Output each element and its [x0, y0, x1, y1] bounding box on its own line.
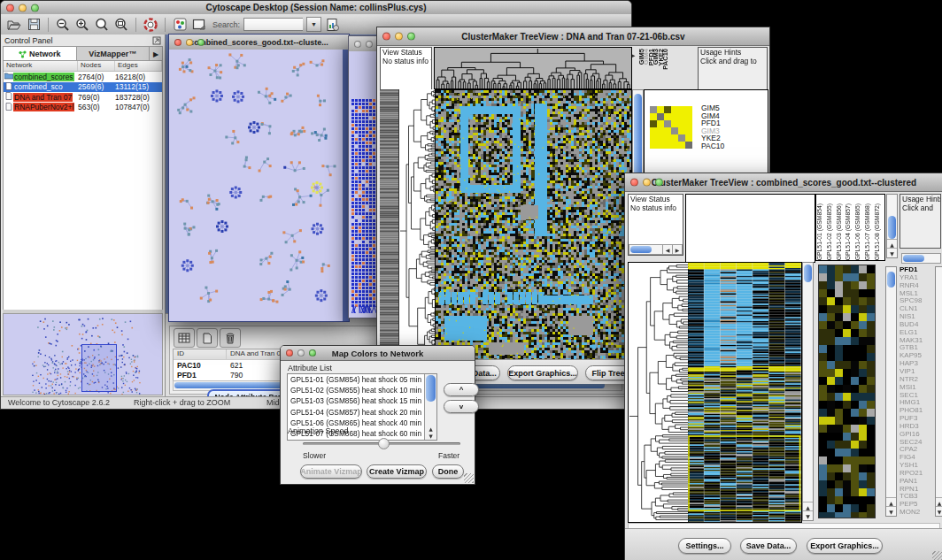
scroll-down-arrow[interactable]: ▼ [803, 510, 813, 520]
row-dendrogram[interactable] [399, 89, 435, 359]
minimize-button[interactable] [19, 4, 27, 12]
treeview1-titlebar[interactable]: ClusterMaker TreeView : DNA and Tran 07-… [377, 27, 769, 46]
heatmap-zoom[interactable] [818, 265, 876, 518]
attribute-item[interactable]: GPL51-02 (GSM855) heat shock 10 min [288, 385, 425, 395]
usage-hints-hscrollbar[interactable] [901, 253, 941, 264]
save-data-button[interactable]: Save Data... [740, 538, 797, 554]
row-dendrogram-strip[interactable] [380, 89, 399, 359]
search-input[interactable] [243, 18, 303, 31]
zoom-button[interactable] [197, 39, 205, 46]
minimize-button[interactable] [643, 179, 651, 187]
scroll-right-arrow[interactable]: ▶ [672, 245, 682, 254]
annotation-icon[interactable] [191, 17, 207, 33]
close-button[interactable] [286, 349, 293, 357]
minimize-button[interactable] [395, 33, 403, 41]
col-id[interactable]: ID [174, 349, 227, 359]
gene-list-vscrollbar[interactable]: ▲ ▼ [935, 266, 942, 517]
network-row[interactable]: combined_scores2764(0)16218(0) [4, 72, 162, 82]
close-button[interactable] [354, 41, 361, 48]
zoom-button[interactable] [31, 4, 39, 12]
dialog-titlebar[interactable]: Map Colors to Network [281, 346, 475, 361]
network-row[interactable]: RNAPuberNov2+l563(0)107847(0) [4, 103, 162, 113]
heatmap-global[interactable] [435, 89, 632, 361]
scroll-left-arrow[interactable]: ◀ [662, 245, 672, 254]
attribute-item[interactable]: GPL51-03 (GSM856) heat shock 15 min [288, 395, 425, 406]
scroll-down-arrow[interactable]: ▼ [887, 248, 897, 257]
scroll-thumb[interactable] [426, 375, 436, 402]
correlation-matrix[interactable] [650, 106, 692, 149]
zoom-button[interactable] [309, 349, 316, 357]
animation-speed-slider[interactable] [303, 437, 460, 449]
network-window-titlebar[interactable]: combined_scores_good.txt--cluste... [169, 35, 349, 50]
col-network[interactable]: Network [4, 61, 78, 71]
close-button[interactable] [630, 179, 638, 187]
view-status-hscrollbar[interactable]: ◀▶ [629, 244, 683, 255]
network-graph-canvas[interactable] [169, 50, 347, 320]
tab-network[interactable]: Network [4, 47, 77, 61]
resize-grip[interactable] [932, 551, 942, 560]
attribute-doc-icon[interactable] [325, 17, 341, 33]
save-icon[interactable] [26, 17, 42, 33]
tab-overflow-arrow[interactable]: ▶ [149, 47, 162, 61]
slider-knob[interactable] [378, 438, 390, 449]
zoom-in-icon[interactable] [74, 17, 90, 33]
attribute-list-vscrollbar[interactable]: ▲ ▼ [424, 374, 436, 440]
column-dendrogram[interactable] [434, 47, 632, 89]
col-edges[interactable]: Edges [115, 61, 162, 71]
birdseye-viewport-rect[interactable] [81, 344, 117, 392]
zoom-out-icon[interactable] [55, 17, 71, 33]
heatmap-global[interactable] [688, 262, 802, 523]
settings-button[interactable]: Settings... [678, 538, 731, 554]
zoom-button[interactable] [655, 179, 663, 187]
vizmapper-node-icon[interactable] [172, 17, 188, 33]
network-row[interactable]: combined_sco2569(6)13112(15) [4, 82, 162, 93]
delete-attribute-button[interactable] [220, 328, 241, 348]
zoom-vscrollbar[interactable]: ▲ ▼ [885, 266, 897, 517]
scroll-thumb[interactable] [887, 272, 895, 288]
select-attributes-button[interactable] [174, 328, 195, 348]
minimize-button[interactable] [186, 39, 193, 46]
open-folder-icon[interactable] [6, 17, 22, 33]
minimize-button[interactable] [297, 349, 305, 357]
attribute-item[interactable]: GPL51-04 (GSM857) heat shock 20 min [288, 407, 425, 418]
scroll-thumb[interactable] [630, 246, 652, 253]
scroll-thumb[interactable] [804, 265, 812, 282]
tab-vizmapper[interactable]: VizMapper™ [77, 47, 150, 61]
new-attribute-button[interactable] [197, 328, 218, 348]
help-ring-icon[interactable] [143, 17, 158, 33]
done-button[interactable]: Done [432, 464, 464, 479]
col-nodes[interactable]: Nodes [78, 61, 115, 71]
labels-vscrollbar[interactable]: ▲ ▼ [886, 194, 898, 258]
create-vizmap-button[interactable]: Create Vizmap [367, 464, 427, 479]
close-button[interactable] [6, 4, 14, 12]
network-canvas-area[interactable] [169, 50, 349, 321]
close-button[interactable] [382, 33, 390, 41]
move-up-button[interactable]: ^ [444, 383, 479, 396]
column-dendrogram-area[interactable] [685, 194, 815, 263]
scroll-down-arrow[interactable]: ▼ [936, 506, 942, 516]
scroll-down-arrow[interactable]: ▼ [886, 506, 896, 516]
float-panel-icon[interactable] [152, 36, 161, 45]
resize-grip[interactable] [464, 473, 474, 483]
birdseye-view[interactable] [3, 313, 163, 395]
move-down-button[interactable]: v [444, 400, 479, 413]
global-vscrollbar[interactable]: ▲ ▼ [802, 262, 814, 521]
network-row[interactable]: DNA and Tran 07769(0)183728(0) [4, 92, 162, 103]
scroll-thumb[interactable] [903, 255, 924, 262]
scroll-up-arrow[interactable]: ▲ [425, 426, 436, 433]
network-list-header[interactable]: Network Nodes Edges [4, 61, 162, 72]
scroll-thumb[interactable] [888, 216, 896, 239]
zoom-fit-icon[interactable] [113, 17, 129, 33]
attribute-item[interactable]: GPL51-01 (GSM854) heat shock 05 min [288, 374, 425, 385]
main-titlebar[interactable]: Cytoscape Desktop (Session Name: collins… [1, 1, 631, 15]
export-graphics-button[interactable]: Export Graphics... [807, 538, 883, 554]
treeview2-titlebar[interactable]: ClusterMaker TreeView : combined_scores_… [625, 173, 942, 192]
row-dendrogram[interactable] [628, 262, 689, 523]
zoom-selected-icon[interactable] [94, 17, 110, 33]
animate-vizmap-button[interactable]: Animate Vizmap [300, 464, 362, 479]
zoom-button[interactable] [407, 33, 415, 41]
minimize-button[interactable] [366, 41, 373, 48]
close-button[interactable] [174, 39, 181, 46]
export-graphics-button[interactable]: Export Graphics... [507, 365, 578, 380]
search-dropdown-button[interactable]: ▼ [306, 17, 321, 32]
